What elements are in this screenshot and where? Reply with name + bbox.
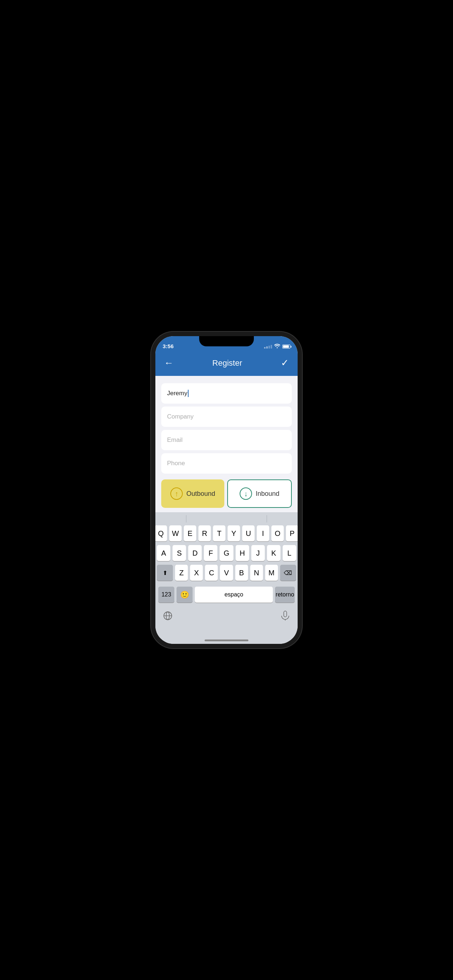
text-cursor — [188, 390, 188, 397]
phone-frame: 3:56 ← Register ✓ Jeremy Company — [155, 336, 298, 644]
divider-left — [186, 515, 187, 522]
inbound-button[interactable]: ↓ Inbound — [227, 479, 292, 508]
svg-rect-3 — [284, 611, 287, 617]
key-b[interactable]: B — [235, 565, 248, 581]
company-field[interactable]: Company — [161, 407, 292, 427]
email-placeholder: Email — [167, 436, 183, 444]
key-d[interactable]: D — [188, 545, 202, 561]
key-h[interactable]: H — [236, 545, 249, 561]
signal-icon — [264, 345, 272, 348]
return-key[interactable]: retorno — [275, 587, 295, 603]
mic-icon[interactable] — [277, 608, 293, 624]
key-l[interactable]: L — [283, 545, 296, 561]
form-area: Jeremy Company Email Phone — [155, 376, 298, 479]
home-indicator — [155, 636, 298, 644]
phone-placeholder: Phone — [167, 460, 185, 467]
key-n[interactable]: N — [250, 565, 263, 581]
shift-key[interactable]: ⬆ — [157, 565, 173, 581]
outbound-icon: ↑ — [170, 487, 183, 500]
header: ← Register ✓ — [155, 352, 298, 376]
key-row-1: Q W E R T Y U I O P — [157, 525, 296, 541]
key-a[interactable]: A — [157, 545, 170, 561]
key-u[interactable]: U — [242, 525, 255, 541]
keyboard-dividers — [157, 515, 296, 522]
status-time: 3:56 — [163, 343, 174, 350]
home-bar — [205, 640, 248, 641]
keyboard-rows: Q W E R T Y U I O P A S D F G H J K — [157, 525, 296, 635]
delete-key[interactable]: ⌫ — [280, 565, 296, 581]
company-placeholder: Company — [167, 413, 194, 420]
wifi-icon — [274, 344, 280, 349]
key-row-2: A S D F G H J K L — [157, 545, 296, 561]
key-g[interactable]: G — [220, 545, 233, 561]
key-w[interactable]: W — [169, 525, 182, 541]
direction-buttons: ↑ Outbound ↓ Inbound — [155, 479, 298, 512]
key-j[interactable]: J — [251, 545, 265, 561]
page-title: Register — [212, 358, 242, 368]
divider-right — [266, 515, 267, 522]
battery-icon — [282, 345, 290, 348]
key-p[interactable]: P — [286, 525, 298, 541]
key-r[interactable]: R — [198, 525, 211, 541]
inbound-icon: ↓ — [239, 487, 252, 500]
confirm-button[interactable]: ✓ — [279, 356, 290, 370]
outbound-label: Outbound — [187, 490, 215, 498]
email-field[interactable]: Email — [161, 430, 292, 450]
key-y[interactable]: Y — [228, 525, 240, 541]
key-x[interactable]: X — [190, 565, 203, 581]
key-q[interactable]: Q — [155, 525, 167, 541]
key-o[interactable]: O — [271, 525, 284, 541]
notch — [199, 336, 254, 346]
key-t[interactable]: T — [213, 525, 225, 541]
key-row-3: ⬆ Z X C V B N M ⌫ — [157, 565, 296, 581]
space-key[interactable]: espaço — [195, 587, 273, 603]
emoji-key[interactable]: 🙂 — [177, 587, 193, 603]
key-k[interactable]: K — [267, 545, 281, 561]
key-row-4: 123 🙂 espaço retorno — [157, 587, 296, 603]
key-e[interactable]: E — [184, 525, 196, 541]
key-s[interactable]: S — [172, 545, 186, 561]
name-value: Jeremy — [167, 390, 187, 397]
name-field[interactable]: Jeremy — [161, 383, 292, 404]
inbound-label: Inbound — [256, 490, 279, 498]
outbound-button[interactable]: ↑ Outbound — [161, 479, 224, 508]
key-c[interactable]: C — [205, 565, 218, 581]
globe-icon[interactable] — [160, 608, 176, 624]
phone-field[interactable]: Phone — [161, 453, 292, 474]
key-v[interactable]: V — [220, 565, 233, 581]
keyboard: Q W E R T Y U I O P A S D F G H J K — [155, 512, 298, 636]
status-icons — [264, 344, 290, 350]
key-f[interactable]: F — [204, 545, 217, 561]
key-z[interactable]: Z — [175, 565, 188, 581]
num-key[interactable]: 123 — [158, 587, 174, 603]
key-m[interactable]: M — [265, 565, 278, 581]
back-button[interactable]: ← — [163, 356, 175, 370]
key-i[interactable]: I — [257, 525, 269, 541]
